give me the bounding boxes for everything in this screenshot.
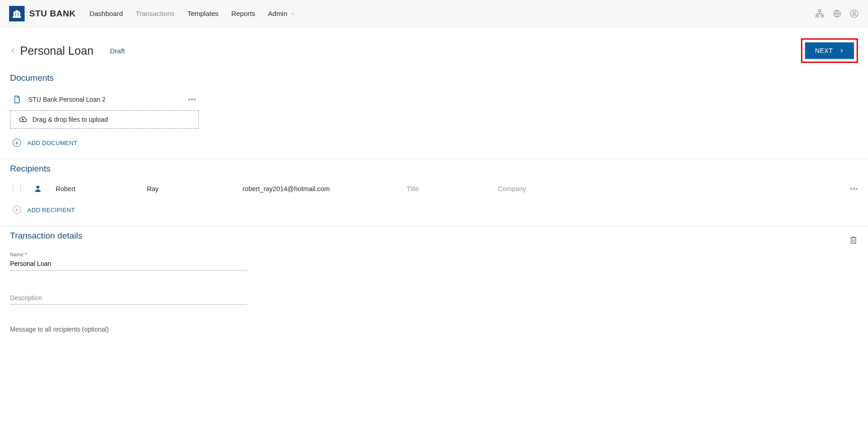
document-icon <box>13 95 21 104</box>
recipients-section: Recipients ⋮⋮⋮⋮⋮⋮ Robert Ray robert_ray2… <box>0 159 868 226</box>
svg-point-13 <box>36 186 39 188</box>
person-icon <box>34 185 42 193</box>
recipient-row: ⋮⋮⋮⋮⋮⋮ Robert Ray robert_ray2014@hotmail… <box>10 182 858 196</box>
recipient-first-name[interactable]: Robert <box>51 185 138 192</box>
documents-title: Documents <box>10 73 858 83</box>
dropzone-label: Drag & drop files to upload <box>32 116 108 123</box>
sitemap-icon[interactable] <box>815 9 824 18</box>
description-field-group <box>10 291 247 305</box>
recipient-company[interactable]: Company <box>498 185 841 192</box>
svg-rect-3 <box>13 16 21 17</box>
more-icon[interactable] <box>850 187 858 190</box>
add-document-label: ADD DOCUMENT <box>27 140 78 146</box>
svg-rect-4 <box>819 10 821 11</box>
next-button-label: NEXT <box>815 47 833 54</box>
brand-text: STU BANK <box>29 9 76 19</box>
documents-section: Documents STU Bank Personal Loan 2 Drag … <box>0 68 868 159</box>
chevron-down-icon <box>290 11 295 16</box>
page-title-wrap: Personal Loan <box>10 44 93 57</box>
svg-rect-6 <box>821 15 823 17</box>
page-header: Personal Loan Draft NEXT <box>0 27 868 68</box>
svg-point-11 <box>191 99 193 100</box>
name-field-label: Name * <box>10 252 247 257</box>
name-field-group: Name * <box>10 252 247 270</box>
details-header: Transaction details <box>10 231 858 249</box>
nav-transactions[interactable]: Transactions <box>136 10 175 17</box>
nav-admin[interactable]: Admin <box>268 10 296 17</box>
document-name: STU Bank Personal Loan 2 <box>28 96 181 103</box>
add-document-button[interactable]: + ADD DOCUMENT <box>10 139 858 147</box>
description-input[interactable] <box>10 291 247 305</box>
chevron-right-icon <box>839 47 844 54</box>
recipient-last-name[interactable]: Ray <box>147 185 233 192</box>
more-icon[interactable] <box>188 98 196 101</box>
name-input[interactable] <box>10 257 247 270</box>
document-row[interactable]: STU Bank Personal Loan 2 <box>10 91 199 108</box>
cloud-upload-icon <box>18 115 28 124</box>
svg-point-8 <box>851 10 858 17</box>
svg-rect-2 <box>19 12 20 16</box>
upload-dropzone[interactable]: Drag & drop files to upload <box>10 110 199 129</box>
plus-circle-icon: + <box>13 139 21 147</box>
topbar-right <box>815 9 859 18</box>
trash-icon[interactable] <box>849 235 858 245</box>
page-title: Personal Loan <box>20 44 93 57</box>
svg-point-16 <box>856 188 858 190</box>
svg-point-10 <box>189 99 190 100</box>
svg-rect-1 <box>16 12 17 16</box>
nav-templates[interactable]: Templates <box>187 10 218 17</box>
message-field-group: Message to all recipients (optional) <box>10 326 247 333</box>
nav-dashboard[interactable]: Dashboard <box>89 10 123 17</box>
status-badge: Draft <box>110 47 125 55</box>
back-chevron-icon[interactable] <box>10 46 16 55</box>
add-recipient-button[interactable]: + ADD RECIPIENT <box>10 206 858 214</box>
drag-handle-icon[interactable]: ⋮⋮⋮⋮⋮⋮ <box>10 186 25 192</box>
nav-reports[interactable]: Reports <box>231 10 255 17</box>
nav-links: Dashboard Transactions Templates Reports… <box>89 10 295 17</box>
svg-rect-5 <box>816 15 818 17</box>
svg-point-15 <box>853 188 855 190</box>
top-navbar: STU BANK Dashboard Transactions Template… <box>0 0 868 27</box>
svg-point-14 <box>851 188 852 190</box>
svg-rect-0 <box>14 12 15 16</box>
recipient-email[interactable]: robert_ray2014@hotmail.com <box>243 185 398 192</box>
user-circle-icon[interactable] <box>850 9 859 18</box>
details-title: Transaction details <box>10 231 83 241</box>
globe-icon[interactable] <box>832 9 842 18</box>
details-section: Transaction details Name * Message to al… <box>0 226 868 345</box>
recipients-title: Recipients <box>10 164 858 174</box>
svg-point-12 <box>194 99 196 100</box>
brand-logo-icon <box>9 6 25 21</box>
next-button[interactable]: NEXT <box>805 42 854 59</box>
plus-circle-icon: + <box>13 206 21 214</box>
message-field-label: Message to all recipients (optional) <box>10 326 247 333</box>
brand: STU BANK <box>9 6 76 21</box>
add-recipient-label: ADD RECIPIENT <box>27 207 75 213</box>
next-highlight-box: NEXT <box>801 38 858 63</box>
recipient-title[interactable]: Title <box>407 185 489 192</box>
nav-admin-label: Admin <box>268 10 288 17</box>
svg-point-9 <box>853 11 855 14</box>
